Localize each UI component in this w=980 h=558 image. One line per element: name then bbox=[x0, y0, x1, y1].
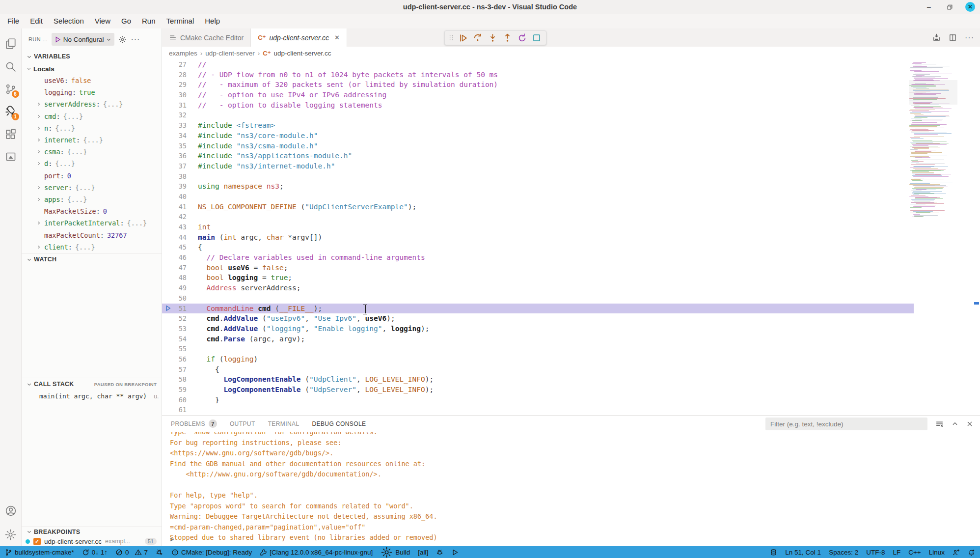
overview-ruler[interactable] bbox=[973, 59, 980, 415]
status-indentation[interactable]: Spaces: 2 bbox=[829, 549, 858, 556]
step-out-button[interactable] bbox=[501, 31, 514, 44]
variable-server[interactable]: server:{...} bbox=[22, 182, 162, 194]
panel-tab-output[interactable]: OUTPUT bbox=[230, 416, 255, 432]
toolbar-drag-handle[interactable] bbox=[448, 34, 455, 41]
variable-client[interactable]: client:{...} bbox=[22, 241, 162, 253]
breakpoint-margin[interactable] bbox=[162, 212, 175, 222]
continue-button[interactable] bbox=[457, 31, 469, 44]
restart-button[interactable] bbox=[516, 31, 528, 44]
menu-run[interactable]: Run bbox=[136, 14, 161, 28]
breakpoint-margin[interactable] bbox=[162, 354, 175, 364]
status-debug-status[interactable] bbox=[156, 548, 163, 556]
breakpoint-item[interactable]: ✓ udp-client-server.cc exampl... 51 bbox=[22, 536, 162, 546]
breakpoint-margin[interactable] bbox=[162, 324, 175, 334]
console-filter-input[interactable] bbox=[765, 418, 927, 430]
breadcrumb-item[interactable]: udp-client-server.cc bbox=[274, 50, 331, 57]
breakpoint-margin[interactable] bbox=[162, 202, 175, 212]
breakpoint-margin[interactable] bbox=[162, 181, 175, 192]
menu-selection[interactable]: Selection bbox=[48, 14, 89, 28]
breakpoint-margin[interactable] bbox=[162, 273, 175, 283]
breakpoint-margin[interactable] bbox=[162, 120, 175, 131]
breakpoint-margin[interactable] bbox=[162, 283, 175, 293]
breakpoint-margin[interactable] bbox=[162, 90, 175, 100]
breakpoint-margin[interactable] bbox=[162, 334, 175, 344]
breakpoint-margin[interactable] bbox=[162, 293, 175, 304]
accounts-icon[interactable] bbox=[1, 499, 21, 523]
restore-button[interactable] bbox=[945, 2, 954, 12]
status-language-mode[interactable]: C++ bbox=[908, 549, 921, 556]
status-build[interactable]: Build bbox=[381, 546, 410, 558]
breakpoint-margin[interactable] bbox=[162, 405, 175, 415]
tab-udp-client-server-cc[interactable]: C⁺udp-client-server.cc✕ bbox=[251, 28, 347, 47]
breakpoint-margin[interactable] bbox=[162, 374, 175, 385]
close-panel-icon[interactable] bbox=[966, 420, 973, 427]
maximize-panel-icon[interactable] bbox=[952, 420, 958, 427]
breakpoint-margin[interactable] bbox=[162, 151, 175, 161]
status-branch[interactable]: buildsystem-cmake* bbox=[5, 549, 74, 556]
variable-logging[interactable]: logging:true bbox=[22, 86, 162, 98]
status-cursor-position[interactable]: Ln 51, Col 1 bbox=[785, 549, 821, 556]
close-tab-icon[interactable]: ✕ bbox=[334, 34, 340, 41]
run-debug-file-icon[interactable] bbox=[932, 33, 941, 42]
status-feedback[interactable] bbox=[953, 549, 960, 556]
breakpoint-margin[interactable] bbox=[162, 242, 175, 252]
debug-console[interactable]: Type "show configuration" for configurat… bbox=[162, 432, 980, 546]
clear-console-icon[interactable] bbox=[935, 420, 944, 428]
status-eol[interactable]: LF bbox=[893, 549, 900, 556]
breakpoint-margin[interactable] bbox=[162, 222, 175, 232]
breakpoint-margin[interactable] bbox=[162, 110, 175, 120]
breadcrumb-item[interactable]: udp-client-server bbox=[205, 50, 255, 57]
breakpoint-margin[interactable] bbox=[162, 171, 175, 182]
status-cmake-status[interactable]: CMake: [Debug]: Ready bbox=[171, 549, 252, 556]
breakpoint-margin[interactable] bbox=[162, 80, 175, 90]
breakpoint-margin[interactable] bbox=[162, 252, 175, 263]
panel-tab-terminal[interactable]: TERMINAL bbox=[268, 416, 299, 432]
minimize-button[interactable]: – bbox=[924, 2, 934, 12]
step-over-button[interactable] bbox=[471, 31, 484, 44]
breakpoint-margin[interactable] bbox=[162, 59, 175, 70]
panel-tab-debug-console[interactable]: DEBUG CONSOLE bbox=[312, 416, 366, 432]
variable-internet[interactable]: internet:{...} bbox=[22, 134, 162, 146]
menu-edit[interactable]: Edit bbox=[25, 14, 48, 28]
breakpoints-section-header[interactable]: BREAKPOINTS bbox=[22, 527, 162, 536]
debug-config-dropdown[interactable]: No Configural bbox=[52, 33, 115, 46]
status-notifications[interactable] bbox=[968, 549, 975, 556]
variable-d[interactable]: d:{...} bbox=[22, 158, 162, 169]
breakpoint-margin[interactable] bbox=[162, 313, 175, 324]
more-actions-icon[interactable]: ··· bbox=[131, 35, 140, 44]
breakpoint-checkbox[interactable]: ✓ bbox=[33, 538, 41, 545]
breakpoint-margin[interactable] bbox=[162, 100, 175, 111]
breakpoint-margin[interactable] bbox=[162, 385, 175, 395]
variable-apps[interactable]: apps:{...} bbox=[22, 194, 162, 205]
status-problems[interactable]: 07 bbox=[115, 549, 148, 556]
minimap-viewport[interactable] bbox=[909, 80, 957, 105]
variable-MaxPacketSize[interactable]: MaxPacketSize:0 bbox=[22, 205, 162, 217]
status-platform[interactable]: Linux bbox=[929, 549, 945, 556]
status-cache[interactable] bbox=[770, 549, 777, 556]
call-stack-frame[interactable]: main(int argc, char ** argv) u. bbox=[22, 391, 162, 402]
code-editor[interactable]: 27//28// - UDP flow from n0 to n1 of 102… bbox=[162, 59, 980, 415]
panel-tab-problems[interactable]: PROBLEMS7 bbox=[171, 416, 217, 432]
run-debug-icon[interactable]: 1 bbox=[1, 100, 21, 123]
variable-maxPacketCount[interactable]: maxPacketCount:32767 bbox=[22, 229, 162, 241]
explorer-icon[interactable] bbox=[1, 32, 21, 55]
testing-icon[interactable] bbox=[1, 145, 21, 168]
status-build-target[interactable]: [all] bbox=[418, 549, 428, 556]
menu-terminal[interactable]: Terminal bbox=[161, 14, 200, 28]
breakpoint-margin[interactable] bbox=[162, 70, 175, 80]
extensions-icon[interactable] bbox=[1, 123, 21, 145]
split-editor-icon[interactable] bbox=[949, 33, 957, 42]
breakpoint-margin[interactable] bbox=[162, 192, 175, 202]
step-into-button[interactable] bbox=[486, 31, 499, 44]
breakpoint-margin[interactable] bbox=[162, 141, 175, 151]
menu-view[interactable]: View bbox=[89, 14, 116, 28]
breakpoint-margin[interactable] bbox=[162, 344, 175, 354]
menu-file[interactable]: File bbox=[2, 14, 25, 28]
menu-help[interactable]: Help bbox=[199, 14, 225, 28]
status-launch-target[interactable] bbox=[451, 549, 459, 556]
variable-useV6[interactable]: useV6:false bbox=[22, 75, 162, 86]
tab-cmake-cache-editor[interactable]: CMake Cache Editor bbox=[162, 28, 251, 47]
breakpoint-margin[interactable] bbox=[162, 131, 175, 141]
locals-scope[interactable]: Locals bbox=[22, 63, 162, 75]
status-debug-target[interactable] bbox=[436, 549, 443, 556]
